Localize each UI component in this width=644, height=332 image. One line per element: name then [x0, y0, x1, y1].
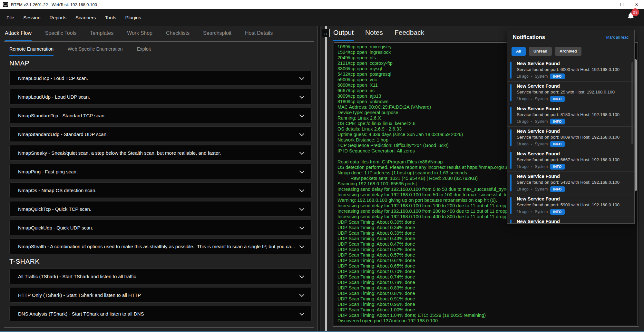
accordion-item[interactable]: NmapLoudTcp - Loud TCP scan. [9, 70, 312, 86]
notification-bell-button[interactable]: 23 [627, 12, 635, 20]
main-tab[interactable]: Attack Flow [5, 30, 32, 41]
notification-title: New Service Found [517, 196, 629, 202]
section-heading: T-SHARK [9, 257, 314, 265]
notification-filter-button[interactable]: All [512, 47, 526, 56]
accordion-item[interactable]: NmapStandardTcp - Standard TCP scan. [9, 108, 312, 123]
notification-accent-bar [510, 107, 512, 124]
accordion-item-label: All Traffic (TShark) - Start TShark and … [18, 274, 136, 279]
terminal-line: UDP Scan Timing: About 0.91% done [337, 296, 638, 302]
panel-splitter[interactable] [325, 26, 327, 331]
notification-title: New Service Found [517, 106, 629, 112]
info-badge: INFO [550, 141, 564, 147]
menu-item[interactable]: Plugins [121, 12, 145, 23]
accordion-item[interactable]: NmapOs - Nmap OS detection scan. [9, 182, 312, 198]
maximize-button[interactable] [614, 0, 629, 9]
attack-flow-panel: Remote EnumerationWeb Specific Enumerati… [4, 41, 314, 328]
sub-tab[interactable]: Exploit [137, 46, 151, 56]
accordion-list: All Traffic (TShark) - Start TShark and … [4, 269, 314, 321]
accordion-item[interactable]: NmapQuickTcp - Quick TCP scan. [9, 201, 312, 217]
main-tab[interactable]: Specific Tools [45, 30, 77, 41]
notifications-header: Notifications Mark all read [507, 30, 634, 44]
notification-item[interactable]: New Service Found Service found on port:… [507, 194, 634, 217]
accordion-item[interactable]: DNS Analysis (TShark) - Start TShark and… [9, 306, 312, 321]
menu-item[interactable]: Reports [45, 12, 71, 23]
notification-accent-bar [510, 152, 512, 169]
accordion-item-label: NmapSneaky - Sneak/quiet scan, a step be… [18, 150, 221, 156]
notification-item[interactable]: New Service Found Service found on port:… [507, 172, 634, 194]
terminal-line: UDP Scan Timing: About 1.00% done [337, 307, 638, 313]
accordion-item-label: NmapStealth - A combination of options u… [18, 244, 295, 249]
info-badge: INFO [550, 164, 564, 170]
notification-accent-bar [510, 84, 512, 101]
accordion-item-label: DNS Analysis (TShark) - Start TShark and… [18, 311, 144, 317]
accordion-item[interactable]: NmapLoudUdp - Loud UDP scan. [9, 89, 312, 104]
notification-message: Service found on port: 8009 with Host: 1… [517, 135, 629, 140]
chevron-down-icon [299, 75, 305, 80]
accordion-item-label: HTTP Only (TShark) - Start TShark and li… [18, 292, 141, 298]
close-button[interactable]: ✕ [629, 0, 644, 9]
output-tab[interactable]: Notes [365, 28, 383, 41]
notifications-scrollbar[interactable] [631, 62, 633, 144]
terminal-line: UDP Scan Timing: About 0.52% done [337, 247, 638, 252]
mark-all-read-link[interactable]: Mark all read [606, 35, 629, 40]
info-badge: INFO [550, 96, 564, 102]
terminal-scrollbar[interactable] [634, 59, 637, 191]
notification-item[interactable]: New Service Found Service found on port:… [507, 59, 634, 82]
accordion-item[interactable]: NmapQuickUdp - Quick UDP scan. [9, 220, 312, 235]
terminal-line: UDP Scan Timing: About 0.57% done [337, 252, 638, 258]
accordion-item[interactable]: NmapStealth - A combination of options u… [9, 239, 312, 254]
chevron-down-icon [299, 150, 305, 155]
accordion-item[interactable]: NmapPing - Fast ping scan. [9, 164, 312, 179]
tool-section: T-SHARK All Traffic (TShark) - Start TSh… [4, 257, 314, 321]
notification-filter-button[interactable]: Archived [555, 47, 581, 56]
tool-sections: NMAP NmapLoudTcp - Loud TCP scan. NmapLo… [4, 59, 314, 321]
output-tab[interactable]: Feedback [395, 28, 424, 41]
main-tab[interactable]: Work Shop [127, 30, 152, 41]
accordion-item[interactable]: NmapSneaky - Sneak/quiet scan, a step be… [9, 145, 312, 161]
notification-item[interactable]: New Service Found Service found on port:… [507, 149, 634, 172]
chevron-down-icon [299, 131, 305, 136]
notification-item[interactable]: New Service Found Service found on port:… [507, 82, 634, 104]
accordion-item-label: NmapLoudTcp - Loud TCP scan. [18, 75, 88, 81]
splitter-handle[interactable]: ↔ [322, 29, 330, 37]
menu-item[interactable]: File [2, 12, 19, 23]
output-tab[interactable]: Output [333, 28, 354, 41]
menu-item[interactable]: Scanners [71, 12, 100, 23]
notifications-title: Notifications [513, 34, 545, 40]
notification-title: New Service Found [517, 83, 629, 89]
terminal-line: UDP Scan Timing: About 0.61% done [337, 258, 638, 263]
left-panel-scrollbar[interactable] [317, 26, 320, 331]
accordion-item[interactable]: All Traffic (TShark) - Start TShark and … [9, 269, 312, 284]
notification-item[interactable]: New Service Found Service found on port:… [507, 127, 634, 149]
accordion-list: NmapLoudTcp - Loud TCP scan. NmapLoudUdp… [4, 70, 314, 254]
sub-tab[interactable]: Remote Enumeration [9, 46, 54, 56]
main-tab[interactable]: Host Details [245, 30, 273, 41]
notification-time: 1h ago [517, 210, 529, 214]
tool-section: NMAP NmapLoudTcp - Loud TCP scan. NmapLo… [4, 59, 314, 254]
accordion-item[interactable]: HTTP Only (TShark) - Start TShark and li… [9, 287, 312, 303]
menu-item[interactable]: Session [19, 12, 45, 23]
meta-separator-dot: • [531, 210, 532, 214]
notification-source: System [535, 164, 548, 169]
notification-meta: 1h ago • System INFO [517, 186, 629, 192]
main-tab[interactable]: Templates [90, 30, 113, 41]
main-tab[interactable]: Searchsploit [203, 30, 231, 41]
notifications-panel: Notifications Mark all read AllUnreadArc… [507, 30, 635, 224]
meta-separator-dot: • [531, 142, 532, 146]
accordion-item[interactable]: NmapStandardUdp - Standard UDP scan. [9, 126, 312, 142]
notification-item[interactable]: New Service Found Service found on port:… [507, 104, 634, 127]
notification-item[interactable]: New Service Found • [507, 217, 634, 224]
notification-filter-button[interactable]: Unread [529, 47, 552, 56]
sub-tab[interactable]: Web Specific Enumeration [68, 46, 123, 56]
terminal-line: UDP Scan Timing: About 0.83% done [337, 285, 638, 291]
notification-count-badge: 23 [631, 8, 639, 16]
notification-title: New Service Found [517, 129, 629, 134]
notification-meta: 1h ago • System INFO [517, 96, 629, 102]
notification-meta: 1h ago • System INFO [517, 164, 629, 170]
minimize-button[interactable]: — [600, 0, 614, 9]
chevron-down-icon [299, 273, 305, 278]
notification-message: Service found on port: 8180 with Host: 1… [517, 112, 629, 117]
menu-item[interactable]: Tools [100, 12, 121, 23]
terminal-line: Discovered open port 137/udp on 192.168.… [337, 318, 638, 324]
main-tab[interactable]: Checklists [166, 30, 190, 41]
